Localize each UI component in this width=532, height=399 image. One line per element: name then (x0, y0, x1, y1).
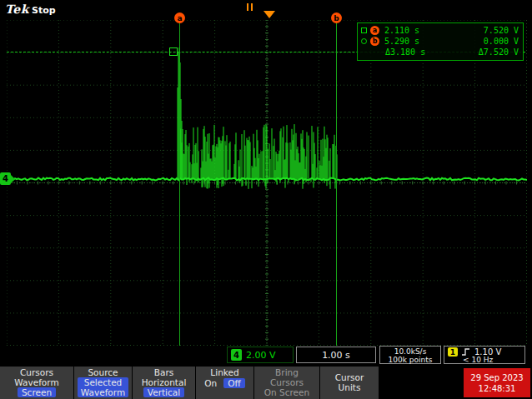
cursor-a-volt: 7.520 V (484, 26, 519, 35)
date: 29 Sep 2023 (470, 372, 523, 383)
cursor-b-line[interactable] (336, 20, 337, 346)
tek-logo: Tek (5, 2, 29, 16)
cursor-a-readout-row: a 2.110 s 7.520 V (361, 25, 519, 36)
option-vertical[interactable]: Vertical (143, 387, 184, 397)
record-length: 100k points (380, 356, 440, 364)
channel4-badge: 4 (231, 349, 242, 361)
datetime-display: 29 Sep 2023 12:48:31 (464, 368, 530, 397)
trigger-source-badge: 1 (448, 347, 458, 357)
cursor-b-handle[interactable]: b (331, 12, 342, 23)
trigger-readout: 1 1.10 V < 10 Hz (444, 346, 525, 364)
menu-label: Linked (196, 367, 253, 377)
acquisition-status[interactable]: Stop (32, 5, 56, 16)
trigger-frequency: < 10 Hz (448, 357, 521, 364)
delta-volt: Δ7.520 V (479, 47, 519, 57)
cursor-b-time: 5.290 s (384, 37, 436, 46)
cursor-a-time: 2.110 s (384, 26, 436, 35)
softkey-menu: Cursors Waveform Screen Source Selected … (0, 367, 532, 399)
timebase-readout[interactable]: 1.00 s (296, 347, 376, 363)
square-marker-icon (361, 27, 367, 33)
menu-source[interactable]: Source Selected Waveform (74, 367, 132, 399)
cursor-a-badge-icon: a (370, 26, 379, 35)
delta-time: Δ3.180 s (385, 47, 437, 57)
option-screen[interactable]: Screen (18, 387, 56, 397)
option-selected-waveform[interactable]: Selected Waveform (78, 377, 128, 397)
cursor-a-line[interactable] (179, 20, 180, 346)
cursor-a-waveform-marker[interactable] (169, 47, 178, 56)
cursor-b-badge-icon: b (370, 37, 379, 46)
channel4-badge: 4 (0, 172, 11, 185)
cursor-delta-row: Δ3.180 s Δ7.520 V (361, 47, 519, 57)
option-horizontal[interactable]: Horizontal (133, 377, 195, 387)
menu-label: Cursors (0, 367, 73, 377)
cursor-a-handle[interactable]: a (174, 12, 185, 23)
sample-rate: 10.0kS/s (380, 347, 440, 356)
option-off[interactable]: Off (223, 378, 245, 388)
menu-cursor-units[interactable]: Cursor Units (320, 367, 379, 399)
channel4-waveform (7, 20, 527, 346)
trigger-position-icon[interactable] (263, 11, 275, 18)
channel4-ground-marker[interactable]: 4 (0, 172, 15, 185)
circle-marker-icon (361, 38, 367, 44)
cursor-readout-box: a 2.110 s 7.520 V b 5.290 s 0.000 V Δ3.1… (357, 22, 524, 61)
cursor-b-volt: 0.000 V (484, 37, 519, 46)
expansion-point-icon (247, 3, 253, 11)
menu-label: Bars (133, 367, 195, 377)
menu-bring-cursors: Bring Cursors On Screen (254, 367, 319, 399)
menu-bars[interactable]: Bars Horizontal Vertical (133, 367, 195, 399)
menu-label: Source (74, 367, 132, 377)
time: 12:48:31 (479, 383, 516, 394)
menu-linked[interactable]: Linked On Off (196, 367, 253, 399)
menu-cursors-mode[interactable]: Cursors Waveform Screen (0, 367, 73, 399)
channel4-scale: 2.00 V (246, 350, 276, 361)
option-on[interactable]: On (204, 378, 217, 388)
ground-arrow-icon (11, 175, 15, 183)
option-waveform[interactable]: Waveform (0, 377, 73, 387)
oscilloscope-screen: Tek Stop a b 4 a 2.110 s 7.520 V b 5.290… (0, 0, 532, 399)
timebase-value: 1.00 s (322, 350, 350, 361)
channel4-scale-readout[interactable]: 4 2.00 V (227, 347, 294, 363)
acquisition-readout: 10.0kS/s 100k points (379, 346, 441, 364)
cursor-b-readout-row: b 5.290 s 0.000 V (361, 36, 519, 47)
